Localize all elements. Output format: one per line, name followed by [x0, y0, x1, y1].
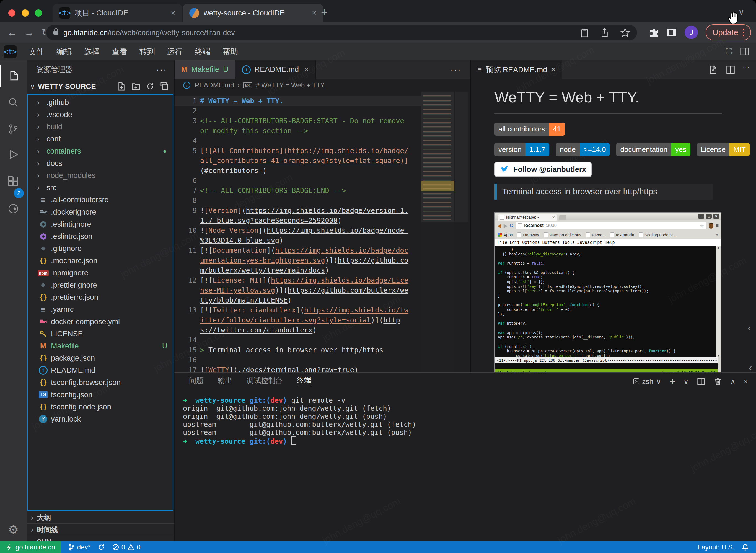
preview-scroll-chevron[interactable]: ‹ — [748, 322, 751, 333]
forward-icon[interactable]: → — [24, 27, 34, 38]
close-window-button[interactable] — [8, 9, 15, 17]
tree-item-docs[interactable]: ›docs — [28, 157, 173, 169]
close-tab-icon[interactable]: × — [551, 65, 556, 74]
tab-makefile[interactable]: M Makefile U — [175, 60, 235, 79]
editor-actions-more-icon[interactable]: ··· — [450, 65, 461, 74]
collapse-all-icon[interactable] — [161, 82, 169, 90]
share-icon[interactable] — [600, 28, 609, 37]
profile-avatar[interactable]: J — [685, 26, 698, 39]
sync-indicator[interactable] — [98, 544, 105, 551]
new-file-icon[interactable] — [117, 82, 125, 90]
address-bar[interactable]: go.titanide.cn/ide/web/coding/wetty-sour… — [46, 25, 637, 41]
tree-item-.github[interactable]: ›.github — [28, 96, 173, 108]
tree-item-yarn.lock[interactable]: Yyarn.lock — [28, 413, 173, 425]
tree-item-Makefile[interactable]: MMakefileU — [28, 340, 173, 352]
browser-tab-project[interactable]: <t> 项目 - CloudIDE × — [53, 4, 182, 22]
source-control-icon[interactable] — [0, 118, 26, 140]
shield-badge-version[interactable]: version1.1.7 — [495, 143, 549, 156]
run-debug-icon[interactable] — [0, 143, 26, 165]
new-folder-icon[interactable] — [132, 82, 140, 90]
timeline-section[interactable]: › 时间线 — [26, 524, 174, 536]
tree-item-tsconfig.browser.json[interactable]: {}tsconfig.browser.json — [28, 376, 173, 389]
tree-item-.dockerignore[interactable]: .dockerignore — [28, 206, 173, 218]
menu-edit[interactable]: 编辑 — [50, 47, 78, 57]
zoom-window-button[interactable] — [35, 9, 42, 17]
tree-item-src[interactable]: ›src — [28, 181, 173, 194]
layout-icon[interactable] — [740, 47, 749, 56]
tree-item-.vscode[interactable]: ›.vscode — [28, 108, 173, 121]
problems-indicator[interactable]: 0 0 — [112, 543, 141, 551]
tab-debug-console[interactable]: 调试控制台 — [247, 376, 282, 387]
split-terminal-icon[interactable] — [697, 377, 705, 386]
tree-item-build[interactable]: ›build — [28, 121, 173, 133]
tree-item-LICENSE[interactable]: LICENSE — [28, 328, 173, 340]
tree-item-package.json[interactable]: {}package.json — [28, 352, 173, 364]
search-icon[interactable] — [0, 91, 26, 113]
tree-item-containers[interactable]: ›containers● — [28, 145, 173, 157]
contributors-badge[interactable]: all contributors41 — [495, 123, 571, 136]
tab-output[interactable]: 输出 — [218, 376, 232, 387]
tree-item-tsconfig.json[interactable]: TStsconfig.json — [28, 389, 173, 401]
close-tab-icon[interactable]: × — [305, 65, 309, 74]
layout-indicator[interactable]: Layout: U.S. — [698, 543, 735, 551]
editor-scrollbar[interactable] — [455, 92, 469, 222]
split-editor-icon[interactable] — [726, 65, 735, 74]
back-icon[interactable]: ← — [7, 27, 17, 38]
browser-tab-wetty-source[interactable]: wetty-source - CloudIDE × — [183, 4, 323, 22]
markdown-source-editor[interactable]: 1# WeTTY = Web + TTY.23<!-- ALL-CONTRIBU… — [175, 92, 424, 377]
new-tab-button[interactable]: + — [321, 6, 327, 18]
outline-section[interactable]: › 大纲 — [26, 511, 174, 524]
breadcrumb-heading[interactable]: # WeTTY = Web + TTY. — [256, 81, 326, 89]
update-button[interactable]: Update — [706, 24, 751, 41]
macos-traffic-lights[interactable] — [8, 9, 42, 17]
tree-item-.eslintignore[interactable]: .eslintignore — [28, 218, 173, 230]
terminal-dropdown-icon[interactable]: ∨ — [683, 377, 689, 386]
shield-badge-documentation[interactable]: documentationyes — [616, 143, 690, 156]
maximize-panel-icon[interactable]: ∧ — [730, 377, 736, 386]
twitter-follow-button[interactable]: Follow @cianbutlerx — [495, 162, 592, 177]
menu-terminal[interactable]: 终端 — [189, 47, 217, 57]
tree-item-.mocharc.json[interactable]: {}.mocharc.json — [28, 255, 173, 267]
remote-explorer-icon[interactable] — [0, 198, 26, 220]
browser-menu-icon[interactable] — [743, 28, 744, 36]
tab-problems[interactable]: 问题 — [189, 376, 203, 387]
shield-badge-License[interactable]: LicenseMIT — [697, 143, 750, 156]
side-panel-icon[interactable] — [667, 27, 677, 37]
minimize-window-button[interactable] — [21, 9, 29, 17]
extensions-puzzle-icon[interactable] — [649, 27, 659, 37]
breadcrumb[interactable]: i README.md › abc # WeTTY = Web + TTY. — [175, 79, 471, 92]
tree-item-.prettierignore[interactable]: .prettierignore — [28, 279, 173, 291]
restore-panel-chevron[interactable]: ‹ — [749, 362, 752, 374]
clipboard-icon[interactable] — [581, 28, 589, 37]
refresh-icon[interactable] — [146, 82, 154, 90]
close-panel-icon[interactable]: × — [744, 377, 748, 386]
shield-badge-node[interactable]: node>=14.0 — [556, 143, 610, 156]
menu-run[interactable]: 运行 — [161, 47, 189, 57]
tree-item-.eslintrc.json[interactable]: .eslintrc.json — [28, 230, 173, 242]
tree-item-.all-contributorsrc[interactable]: ≡.all-contributorsrc — [28, 194, 173, 206]
minimap[interactable] — [421, 92, 454, 372]
lock-icon[interactable] — [54, 31, 58, 34]
tab-terminal[interactable]: 终端 — [297, 375, 311, 388]
remote-indicator[interactable]: go.titanide.cn — [0, 541, 61, 553]
tree-item-README.md[interactable]: iREADME.md — [28, 364, 173, 376]
tree-item-.prettierrc.json[interactable]: {}.prettierrc.json — [28, 291, 173, 303]
menu-view[interactable]: 查看 — [106, 47, 134, 57]
tab-preview-readme[interactable]: ≡ 预览 README.md × — [471, 60, 562, 79]
fullscreen-icon[interactable]: ⛶ — [726, 47, 732, 57]
trash-icon[interactable] — [713, 377, 722, 386]
menu-selection[interactable]: 选择 — [78, 47, 106, 57]
close-tab-icon[interactable]: × — [171, 9, 175, 17]
close-tab-icon[interactable]: × — [312, 9, 317, 17]
tree-item-.gitignore[interactable]: .gitignore — [28, 242, 173, 255]
bookmark-star-icon[interactable] — [620, 28, 630, 37]
tree-item-docker-compose.yml[interactable]: docker-compose.yml — [28, 316, 173, 328]
workspace-section-header[interactable]: ∨ WETTY-SOURCE — [26, 79, 174, 94]
menu-file[interactable]: 文件 — [23, 47, 50, 57]
git-branch-indicator[interactable]: dev* — [68, 543, 90, 551]
menu-help[interactable]: 帮助 — [217, 47, 244, 57]
new-terminal-icon[interactable]: + — [670, 376, 675, 387]
tree-item-.yarnrc[interactable]: ≡.yarnrc — [28, 303, 173, 316]
extensions-icon[interactable] — [0, 170, 26, 192]
explorer-icon[interactable] — [0, 65, 26, 87]
